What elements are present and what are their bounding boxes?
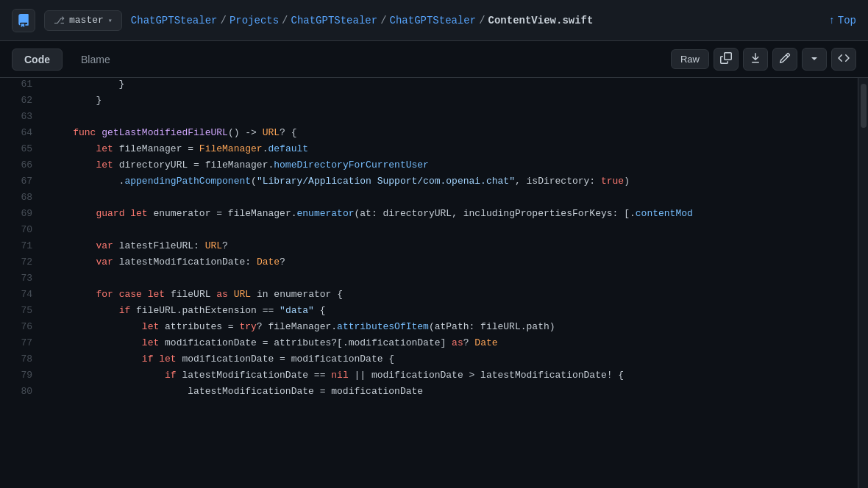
line-number: 73 bbox=[0, 272, 44, 288]
line-number: 74 bbox=[0, 288, 44, 304]
line-number: 66 bbox=[0, 159, 44, 175]
download-button[interactable] bbox=[743, 48, 768, 71]
line-code: if fileURL.pathExtension == "data" { bbox=[44, 304, 858, 320]
breadcrumb: ChatGPTStealer / Projects / ChatGPTSteal… bbox=[131, 15, 820, 26]
table-row: 80 latestModificationDate = modification… bbox=[0, 385, 858, 401]
line-number: 78 bbox=[0, 353, 44, 369]
tab-blame[interactable]: Blame bbox=[68, 49, 123, 71]
download-icon bbox=[750, 52, 761, 66]
line-code bbox=[44, 191, 858, 207]
top-button[interactable]: ↑ Top bbox=[828, 15, 856, 26]
table-row: 63 bbox=[0, 110, 858, 126]
line-code: if latestModificationDate == nil || modi… bbox=[44, 369, 858, 385]
line-code: for case let fileURL as URL in enumerato… bbox=[44, 288, 858, 304]
line-code bbox=[44, 272, 858, 288]
line-code: func getLastModifiedFileURL() -> URL? { bbox=[44, 126, 858, 143]
branch-selector[interactable]: ⎇ master ▾ bbox=[44, 10, 122, 31]
branch-icon: ⎇ bbox=[54, 15, 65, 26]
line-number: 72 bbox=[0, 256, 44, 272]
table-row: 71 var latestFileURL: URL? bbox=[0, 240, 858, 256]
vertical-scrollbar[interactable] bbox=[858, 78, 868, 488]
tab-code[interactable]: Code bbox=[12, 49, 63, 71]
line-number: 64 bbox=[0, 126, 44, 143]
line-code: latestModificationDate = modificationDat… bbox=[44, 385, 858, 401]
breadcrumb-sep-1: / bbox=[220, 15, 226, 26]
line-number: 61 bbox=[0, 78, 44, 94]
more-button[interactable] bbox=[802, 48, 827, 71]
top-label: Top bbox=[838, 15, 856, 26]
table-row: 61 } bbox=[0, 78, 858, 94]
table-row: 66 let directoryURL = fileManager.homeDi… bbox=[0, 159, 858, 175]
table-row: 75 if fileURL.pathExtension == "data" { bbox=[0, 304, 858, 320]
breadcrumb-sep-2: / bbox=[282, 15, 288, 26]
table-row: 69 guard let enumerator = fileManager.en… bbox=[0, 207, 858, 223]
line-code: let attributes = try? fileManager.attrib… bbox=[44, 320, 858, 337]
line-number: 70 bbox=[0, 223, 44, 240]
table-row: 62 } bbox=[0, 94, 858, 110]
line-number: 80 bbox=[0, 385, 44, 401]
edit-icon bbox=[779, 52, 791, 66]
symbol-button[interactable] bbox=[831, 48, 856, 71]
line-number: 65 bbox=[0, 143, 44, 159]
table-row: 70 bbox=[0, 223, 858, 240]
repo-logo bbox=[12, 9, 35, 32]
line-number: 75 bbox=[0, 304, 44, 320]
chevron-down-icon: ▾ bbox=[108, 16, 113, 25]
table-row: 67 .appendingPathComponent("Library/Appl… bbox=[0, 175, 858, 191]
table-row: 68 bbox=[0, 191, 858, 207]
toolbar: Code Blame Raw bbox=[0, 41, 868, 78]
code-container: 61 }62 }63 64 func getLastModifiedFileUR… bbox=[0, 78, 868, 488]
line-code: let fileManager = FileManager.default bbox=[44, 143, 858, 159]
line-code: .appendingPathComponent("Library/Applica… bbox=[44, 175, 858, 191]
scrollbar-thumb[interactable] bbox=[861, 84, 867, 128]
toolbar-right: Raw bbox=[671, 48, 856, 71]
line-code: let modificationDate = attributes?[.modi… bbox=[44, 337, 858, 353]
breadcrumb-repo2[interactable]: ChatGPTStealer bbox=[390, 15, 477, 26]
symbol-icon bbox=[838, 52, 850, 66]
line-code: var latestFileURL: URL? bbox=[44, 240, 858, 256]
code-scroll[interactable]: 61 }62 }63 64 func getLastModifiedFileUR… bbox=[0, 78, 858, 488]
top-arrow-icon: ↑ bbox=[828, 15, 834, 26]
line-number: 67 bbox=[0, 175, 44, 191]
line-code: var latestModificationDate: Date? bbox=[44, 256, 858, 272]
breadcrumb-projects[interactable]: Projects bbox=[230, 15, 279, 26]
table-row: 77 let modificationDate = attributes?[.m… bbox=[0, 337, 858, 353]
breadcrumb-sep-4: / bbox=[479, 15, 485, 26]
table-row: 76 let attributes = try? fileManager.att… bbox=[0, 320, 858, 337]
line-number: 63 bbox=[0, 110, 44, 126]
table-row: 65 let fileManager = FileManager.default bbox=[0, 143, 858, 159]
copy-button[interactable] bbox=[714, 48, 739, 71]
table-row: 72 var latestModificationDate: Date? bbox=[0, 256, 858, 272]
line-code bbox=[44, 223, 858, 240]
breadcrumb-sep-3: / bbox=[380, 15, 386, 26]
line-number: 62 bbox=[0, 94, 44, 110]
table-row: 64 func getLastModifiedFileURL() -> URL?… bbox=[0, 126, 858, 143]
line-number: 68 bbox=[0, 191, 44, 207]
line-code: let directoryURL = fileManager.homeDirec… bbox=[44, 159, 858, 175]
line-number: 76 bbox=[0, 320, 44, 337]
table-row: 74 for case let fileURL as URL in enumer… bbox=[0, 288, 858, 304]
breadcrumb-owner[interactable]: ChatGPTStealer bbox=[291, 15, 378, 26]
table-row: 78 if let modificationDate = modificatio… bbox=[0, 353, 858, 369]
breadcrumb-repo[interactable]: ChatGPTStealer bbox=[131, 15, 218, 26]
line-code: if let modificationDate = modificationDa… bbox=[44, 353, 858, 369]
table-row: 79 if latestModificationDate == nil || m… bbox=[0, 369, 858, 385]
line-number: 77 bbox=[0, 337, 44, 353]
line-number: 71 bbox=[0, 240, 44, 256]
line-number: 69 bbox=[0, 207, 44, 223]
line-code: guard let enumerator = fileManager.enume… bbox=[44, 207, 858, 223]
line-code: } bbox=[44, 94, 858, 110]
edit-button[interactable] bbox=[772, 48, 797, 71]
header: ⎇ master ▾ ChatGPTStealer / Projects / C… bbox=[0, 0, 868, 41]
breadcrumb-current-file: ContentView.swift bbox=[488, 15, 594, 26]
copy-icon bbox=[720, 52, 732, 66]
line-number: 79 bbox=[0, 369, 44, 385]
code-table: 61 }62 }63 64 func getLastModifiedFileUR… bbox=[0, 78, 858, 401]
raw-button[interactable]: Raw bbox=[671, 49, 709, 69]
table-row: 73 bbox=[0, 272, 858, 288]
line-code: } bbox=[44, 78, 858, 94]
chevron-down-icon bbox=[808, 52, 820, 66]
line-code bbox=[44, 110, 858, 126]
raw-label: Raw bbox=[680, 54, 700, 65]
branch-name-label: master bbox=[69, 15, 104, 26]
